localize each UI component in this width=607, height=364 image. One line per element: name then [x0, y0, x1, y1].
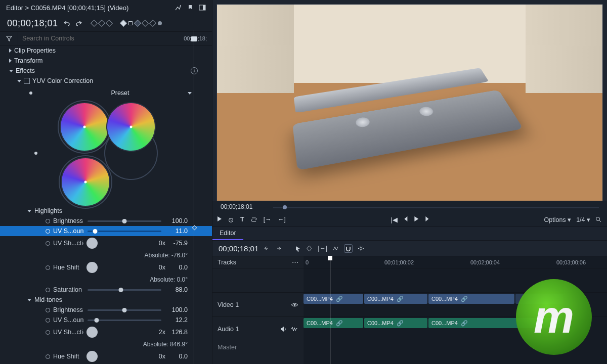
inspector-timecode[interactable]: 00;00;18;01 [7, 18, 58, 29]
param-m-uvs[interactable]: UV S...ount 12.2 [0, 315, 212, 325]
param-uv-s-ount[interactable]: UV S...ount 11.0 [0, 226, 212, 236]
timeline-ruler[interactable]: 0 00;01;00;02 00;02;00;04 00;03;00;06 [304, 256, 607, 268]
tree-effects[interactable]: Effects + [0, 66, 212, 76]
out-point-icon[interactable]: ←] [278, 216, 286, 223]
search-input[interactable] [18, 32, 179, 45]
preset-dropdown[interactable]: Preset [29, 87, 192, 99]
play-center-icon[interactable] [415, 216, 419, 223]
track-video1-header[interactable]: Video 1 [212, 292, 304, 316]
tree-yuv[interactable]: YUV Color Correction [0, 76, 212, 86]
preview-scrubber[interactable] [273, 207, 599, 208]
section-midtones[interactable]: Mid-tones [0, 295, 212, 305]
timeline-timecode[interactable]: 00;00;18;01 [219, 244, 258, 253]
editor-breadcrumb: Editor > C0056.MP4 [00;00;41;15] (Video) [6, 4, 128, 12]
magnet-icon[interactable] [344, 244, 353, 253]
param-m-uvsh[interactable]: UV Sh...ction 2x 126.8 [0, 325, 212, 339]
video-clip[interactable] [515, 294, 563, 304]
redo-icon[interactable] [75, 20, 82, 27]
section-dot [34, 152, 37, 155]
kf-mode-e-icon[interactable] [149, 20, 156, 27]
step-back-icon[interactable] [405, 216, 408, 223]
color-wheel-gain[interactable] [61, 157, 110, 207]
in-point-icon[interactable]: [→ [264, 216, 272, 223]
uvsh-absolute: Absolute: -76.0° [0, 250, 212, 260]
play-icon[interactable] [218, 216, 222, 223]
kf-mode-b-icon[interactable] [128, 21, 133, 25]
preview-timecode: 00;00;18;01 [221, 203, 252, 210]
hue-knob[interactable] [86, 327, 98, 338]
speaker-icon[interactable] [280, 326, 287, 332]
param-hue-shift[interactable]: Hue Shift 0x 0.0 [0, 260, 212, 275]
pointer-tool-icon[interactable] [295, 245, 301, 252]
param-m-brightness[interactable]: Brightness 100.0 [0, 305, 212, 315]
tab-editor[interactable]: Editor [212, 227, 243, 240]
color-wheel-lift[interactable] [60, 102, 109, 152]
text-icon[interactable]: T [240, 216, 244, 223]
tree-transform[interactable]: Transform [0, 56, 212, 66]
tracks-header[interactable]: Tracks ⋯ [212, 256, 304, 268]
marker-icon[interactable] [187, 4, 194, 11]
svg-point-5 [294, 304, 296, 306]
video-clip[interactable]: C00...MP4🔗 [364, 294, 427, 304]
kf-mode-d-icon[interactable] [142, 20, 149, 27]
stopwatch-icon[interactable] [228, 216, 234, 223]
audio-clip[interactable]: C00...MP4🔗 [428, 318, 560, 328]
track-audio1-header[interactable]: Audio 1 [212, 316, 304, 341]
param-saturation[interactable]: Saturation 88.0 [0, 285, 212, 295]
link-icon: 🔗 [336, 320, 343, 327]
kf-mode-f-icon[interactable] [158, 21, 162, 25]
mini-playhead[interactable] [191, 36, 197, 41]
video-lane[interactable]: C00...MP4🔗 C00...MP4🔗 C00...MP4🔗 [304, 292, 607, 316]
step-fwd-icon[interactable] [426, 216, 429, 223]
param-uv-sh-ction[interactable]: UV Sh...ction 0x -75.9 [0, 236, 212, 250]
audio-clip[interactable]: C00...MP4🔗 [364, 318, 427, 328]
graph-icon[interactable] [175, 4, 182, 11]
link-icon: 🔗 [397, 296, 404, 302]
color-wheel-gamma[interactable] [106, 102, 156, 152]
chevron-down-icon [188, 92, 192, 95]
kf-icon[interactable] [98, 20, 105, 27]
add-effect-icon[interactable]: + [191, 67, 198, 74]
options-dropdown[interactable]: Options ▾ [544, 216, 572, 223]
tl-undo-icon[interactable] [264, 245, 270, 252]
video-clip[interactable]: C00...MP4🔗 [304, 294, 363, 304]
eye-icon[interactable] [291, 302, 298, 308]
loop-icon[interactable] [250, 216, 257, 223]
hue-knob[interactable] [86, 262, 98, 273]
link-icon: 🔗 [461, 296, 468, 302]
tree-clip-properties[interactable]: Clip Properties [0, 46, 212, 56]
gear-icon[interactable] [358, 245, 364, 252]
waveform-icon[interactable] [291, 326, 298, 332]
effect-enable-checkbox[interactable] [24, 78, 30, 84]
hue-knob[interactable] [86, 351, 98, 362]
video-clip[interactable]: C00...MP4🔗 [428, 294, 514, 304]
range-tool-icon[interactable]: |↔| [318, 245, 327, 252]
link-icon: 🔗 [397, 320, 404, 327]
color-wheels[interactable] [30, 102, 197, 206]
kf-mode-c-icon[interactable] [134, 20, 141, 27]
track-master-header[interactable]: Master [212, 341, 304, 353]
param-brightness[interactable]: Brightness 100.0 [0, 216, 212, 226]
undo-icon[interactable] [63, 20, 70, 27]
preview-quality-dropdown[interactable]: 1/4 ▾ [576, 216, 590, 223]
section-highlights[interactable]: Highlights [0, 206, 212, 216]
snap-tool-icon[interactable] [332, 245, 339, 252]
timeline-playhead[interactable] [330, 256, 330, 364]
search-icon[interactable] [595, 216, 602, 223]
audio-lane[interactable]: C00...MP4🔗 C00...MP4🔗 C00...MP4🔗 [304, 316, 607, 341]
panel-toggle-icon[interactable] [199, 4, 206, 11]
tl-redo-icon[interactable] [275, 245, 282, 252]
link-icon: 🔗 [461, 320, 468, 327]
kf-mode-a-icon[interactable] [120, 20, 127, 27]
filter-icon[interactable] [0, 32, 18, 45]
video-preview[interactable] [216, 4, 603, 201]
tracks-menu-icon[interactable]: ⋯ [292, 258, 298, 266]
go-start-icon[interactable]: |◀ [391, 216, 397, 223]
svg-rect-1 [203, 5, 205, 10]
param-m-hue[interactable]: Hue Shift 0x 0.0 [0, 349, 212, 363]
kf-next-icon[interactable] [106, 20, 113, 27]
blade-tool-icon[interactable] [306, 245, 313, 252]
audio-clip[interactable]: C00...MP4🔗 [304, 318, 363, 328]
hue-knob[interactable] [86, 238, 98, 249]
kf-prev-icon[interactable] [91, 20, 98, 27]
